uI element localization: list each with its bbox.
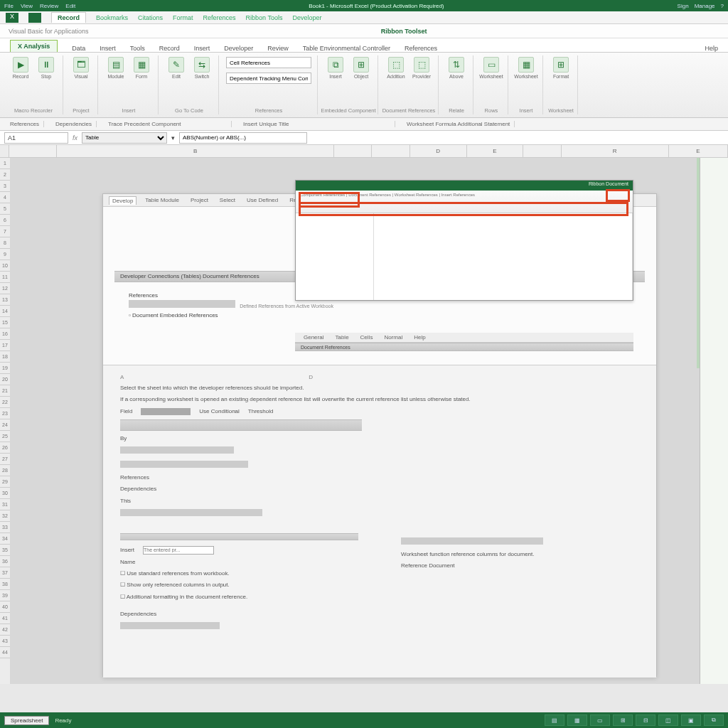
row-header[interactable]: 13	[0, 294, 10, 306]
row-header[interactable]: 32	[0, 510, 10, 522]
ribbon-tab[interactable]: Tools	[130, 45, 145, 52]
row-header[interactable]: 16	[0, 328, 10, 340]
lower-tab[interactable]: General	[301, 333, 326, 341]
menubar-item[interactable]: Format	[173, 14, 193, 21]
row-header[interactable]: 10	[0, 260, 10, 272]
row-header[interactable]: 14	[0, 306, 10, 317]
row-header[interactable]: 34	[0, 533, 10, 545]
field-input[interactable]	[120, 461, 248, 468]
row-header[interactable]: 43	[0, 636, 10, 647]
select-all-corner[interactable]	[0, 145, 9, 157]
column-header[interactable]	[9, 145, 57, 157]
menubar-item[interactable]: Bookmarks	[96, 14, 128, 21]
editor-tab[interactable]: Project	[188, 196, 211, 204]
sheet-tab[interactable]: Spreadsheet	[4, 716, 49, 725]
menubar-item[interactable]: Ribbon Tools	[246, 14, 283, 21]
ribbon-tab[interactable]: Developer	[224, 45, 253, 52]
ribbon-tab[interactable]: Insert	[100, 45, 116, 52]
ribbon-button[interactable]: ▤Module	[105, 57, 127, 82]
field-input[interactable]	[120, 622, 220, 629]
ribbon-tab[interactable]: References	[405, 45, 437, 52]
help-icon[interactable]: ?	[721, 3, 724, 9]
field-input[interactable]	[120, 446, 234, 454]
chevron-down-icon[interactable]: ▾	[171, 134, 175, 141]
view-mode-button[interactable]: ⊟	[636, 714, 655, 726]
column-header[interactable]	[372, 145, 410, 157]
lower-tab[interactable]: Help	[411, 333, 428, 341]
qa-item[interactable]: Review	[40, 3, 58, 9]
column-header[interactable]: B	[57, 145, 334, 157]
row-header[interactable]: 3	[0, 181, 10, 192]
row-header[interactable]: 35	[0, 545, 10, 556]
row-header[interactable]: 29	[0, 476, 10, 488]
editor-tab[interactable]: Select	[217, 196, 238, 204]
row-header[interactable]: 31	[0, 499, 10, 510]
editor-tab[interactable]: Use Defined	[244, 196, 281, 204]
ribbon-input[interactable]	[226, 73, 311, 84]
row-header[interactable]: 11	[0, 272, 10, 283]
name-box[interactable]: A1	[4, 132, 68, 144]
view-mode-button[interactable]: ◫	[658, 714, 678, 726]
ribbon-button[interactable]: ⇆Switch	[191, 57, 213, 82]
menubar-item[interactable]: References	[203, 14, 236, 21]
column-header[interactable]: R	[562, 145, 669, 157]
lower-tab[interactable]: Table	[332, 333, 351, 341]
opt-item[interactable]: Insert Unique Title	[239, 121, 395, 127]
menubar-item[interactable]: Citations	[138, 14, 163, 21]
sheet-canvas[interactable]: Develop Table Module Project Select Use …	[10, 158, 728, 684]
row-header[interactable]: 28	[0, 465, 10, 476]
ribbon-tab-analysis[interactable]: X Analysis	[10, 40, 58, 52]
column-header[interactable]: E	[467, 145, 524, 157]
row-header[interactable]: 42	[0, 624, 10, 636]
editor-tab[interactable]: Table Module	[142, 196, 182, 204]
ribbon-tab[interactable]: Record	[159, 45, 180, 52]
column-header[interactable]	[334, 145, 372, 157]
row-header[interactable]: 12	[0, 283, 10, 294]
row-header[interactable]: 22	[0, 397, 10, 408]
row-header[interactable]: 2	[0, 169, 10, 181]
function-select[interactable]: Table	[82, 132, 167, 144]
qa-item[interactable]: View	[21, 3, 33, 9]
row-header[interactable]: 40	[0, 601, 10, 613]
signin-link[interactable]: Sign	[678, 3, 689, 9]
row-header[interactable]: 30	[0, 488, 10, 499]
row-header[interactable]: 8	[0, 237, 10, 249]
row-header[interactable]: 21	[0, 385, 10, 397]
row-header[interactable]: 25	[0, 431, 10, 442]
lower-tab[interactable]: Normal	[381, 333, 405, 341]
row-header[interactable]: 7	[0, 226, 10, 237]
column-header[interactable]: E	[669, 145, 728, 157]
row-header[interactable]: 26	[0, 442, 10, 454]
field-input[interactable]	[129, 300, 235, 308]
row-header[interactable]: 19	[0, 363, 10, 374]
row-header[interactable]: 20	[0, 374, 10, 385]
formula-input[interactable]	[179, 132, 307, 144]
ribbon-button[interactable]: ✎Edit	[166, 57, 187, 82]
ribbon-tab[interactable]: Help	[705, 45, 718, 52]
field-input[interactable]	[120, 509, 262, 516]
opt-item[interactable]: References	[6, 121, 44, 127]
view-mode-button[interactable]: ▭	[590, 714, 610, 726]
row-header[interactable]: 36	[0, 556, 10, 567]
ribbon-button[interactable]: ⊞Object	[350, 57, 372, 82]
tab-record[interactable]: Record	[51, 12, 86, 23]
manage-link[interactable]: Manage	[695, 3, 715, 9]
ribbon-tab[interactable]: Review	[267, 45, 289, 52]
ribbon-button[interactable]: ⏸Stop	[36, 57, 57, 82]
ribbon-tab[interactable]: Insert	[194, 45, 210, 52]
checkbox-option[interactable]: Show only referenced columns in output.	[120, 582, 358, 589]
view-mode-button[interactable]: ▣	[681, 714, 701, 726]
row-header[interactable]: 4	[0, 192, 10, 203]
ribbon-input[interactable]	[226, 57, 311, 68]
row-header[interactable]: 24	[0, 419, 10, 431]
row-header[interactable]: 38	[0, 579, 10, 590]
row-header[interactable]: 17	[0, 340, 10, 351]
field-input[interactable]	[401, 537, 543, 545]
row-header[interactable]: 23	[0, 408, 10, 419]
ribbon-button[interactable]: ▭Worksheet	[481, 57, 502, 82]
ribbon-tab[interactable]: Data	[72, 45, 85, 52]
row-header[interactable]: 5	[0, 203, 10, 215]
editor-tab[interactable]: Develop	[109, 196, 136, 205]
menubar-item[interactable]: Developer	[292, 14, 321, 21]
view-mode-button[interactable]: ▤	[545, 714, 564, 726]
